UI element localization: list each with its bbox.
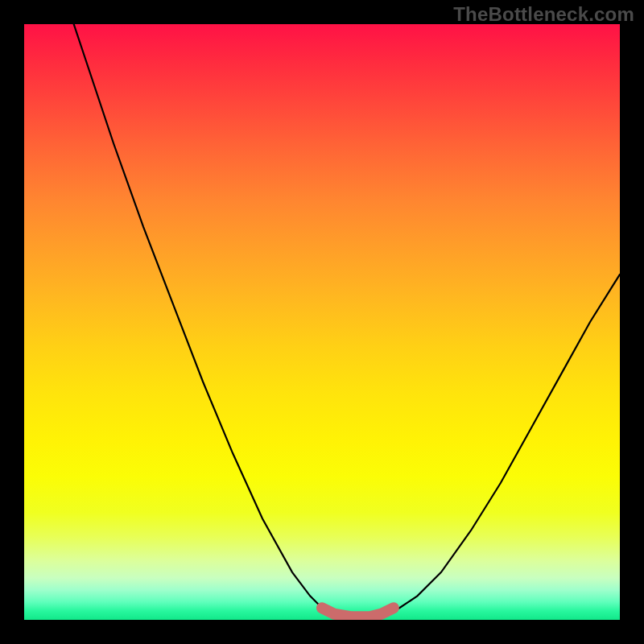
bottleneck-curve-line: [24, 24, 620, 617]
chart-frame: TheBottleneck.com: [0, 0, 644, 644]
chart-svg: [24, 24, 620, 620]
optimal-zone-highlight: [322, 608, 394, 617]
plot-area: [24, 24, 620, 620]
watermark-label: TheBottleneck.com: [453, 3, 634, 26]
